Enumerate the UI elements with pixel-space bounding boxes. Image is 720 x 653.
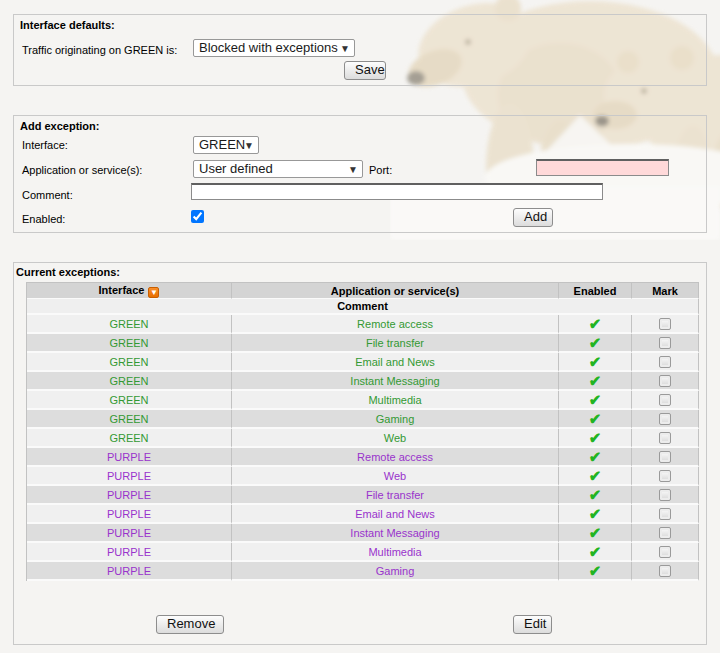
enabled-check-icon[interactable]: ✔ [589,505,602,522]
mark-cell [632,448,699,467]
mark-checkbox[interactable] [659,565,671,577]
enabled-check-icon[interactable]: ✔ [589,562,602,579]
table-row: GREENFile transfer✔ [27,334,699,353]
interface-cell: PURPLE [27,467,232,486]
mark-checkbox[interactable] [659,508,671,520]
mark-cell [632,524,699,543]
application-select[interactable]: User defined ▼ [193,160,363,178]
application-link[interactable]: File transfer [232,486,559,505]
interface-cell: PURPLE [27,486,232,505]
exceptions-tbody: GREENRemote access✔GREENFile transfer✔GR… [27,315,699,581]
mark-cell [632,562,699,581]
mark-checkbox[interactable] [659,394,671,406]
mark-cell [632,410,699,429]
traffic-default-selected-value: Blocked with exceptions [199,40,338,55]
enabled-cell: ✔ [559,372,632,391]
mark-checkbox[interactable] [659,432,671,444]
add-button[interactable]: Add [513,208,553,227]
mark-checkbox[interactable] [659,546,671,558]
enabled-check-icon[interactable]: ✔ [589,372,602,389]
application-link[interactable]: Email and News [232,353,559,372]
application-selected-value: User defined [199,161,273,176]
enabled-check-icon[interactable]: ✔ [589,543,602,560]
mark-checkbox[interactable] [659,527,671,539]
application-link[interactable]: Web [232,467,559,486]
mark-cell [632,505,699,524]
mark-checkbox[interactable] [659,470,671,482]
column-header-interface[interactable]: Interface▼ [27,283,232,299]
enabled-check-icon[interactable]: ✔ [589,353,602,370]
edit-button[interactable]: Edit [513,615,552,634]
enabled-cell: ✔ [559,505,632,524]
enabled-check-icon[interactable]: ✔ [589,429,602,446]
current-exceptions-title: Current exceptions: [16,266,120,278]
application-link[interactable]: Instant Messaging [232,372,559,391]
mark-checkbox[interactable] [659,356,671,368]
enabled-check-icon[interactable]: ✔ [589,448,602,465]
table-row: GREENGaming✔ [27,410,699,429]
chevron-down-icon: ▼ [348,162,358,177]
enabled-check-icon[interactable]: ✔ [589,391,602,408]
mark-checkbox[interactable] [659,318,671,330]
enabled-check-icon[interactable]: ✔ [589,334,602,351]
comment-label: Comment: [22,189,73,201]
mark-cell [632,429,699,448]
application-link[interactable]: File transfer [232,334,559,353]
enabled-cell: ✔ [559,467,632,486]
port-label: Port: [369,164,392,176]
application-link[interactable]: Multimedia [232,543,559,562]
sort-desc-icon[interactable]: ▼ [148,287,159,298]
enabled-check-icon[interactable]: ✔ [589,524,602,541]
enabled-check-icon[interactable]: ✔ [589,315,602,332]
mark-checkbox[interactable] [659,451,671,463]
traffic-originating-label: Traffic originating on GREEN is: [22,44,177,56]
application-link[interactable]: Instant Messaging [232,524,559,543]
mark-cell [632,486,699,505]
current-exceptions-section: Current exceptions: Interface▼ Applicati… [13,262,707,645]
interface-selected-value: GREEN [199,137,245,152]
comment-input[interactable] [191,183,603,200]
mark-cell [632,467,699,486]
mark-checkbox[interactable] [659,375,671,387]
column-header-enabled[interactable]: Enabled [559,283,632,299]
mark-cell [632,334,699,353]
application-link[interactable]: Web [232,429,559,448]
table-row: PURPLEWeb✔ [27,467,699,486]
enabled-label: Enabled: [22,213,65,225]
enabled-checkbox[interactable] [191,210,204,223]
table-row: GREENRemote access✔ [27,315,699,334]
mark-cell [632,543,699,562]
interface-cell: GREEN [27,315,232,334]
table-header-comment-row: Comment [27,299,699,315]
mark-checkbox[interactable] [659,413,671,425]
enabled-cell: ✔ [559,334,632,353]
interface-cell: GREEN [27,372,232,391]
table-row: PURPLEFile transfer✔ [27,486,699,505]
enabled-check-icon[interactable]: ✔ [589,410,602,427]
application-link[interactable]: Remote access [232,448,559,467]
application-link[interactable]: Gaming [232,410,559,429]
table-header-row: Interface▼ Application or service(s) Ena… [27,283,699,299]
application-link[interactable]: Multimedia [232,391,559,410]
enabled-check-icon[interactable]: ✔ [589,486,602,503]
save-button[interactable]: Save [344,61,386,80]
mark-cell [632,353,699,372]
mark-cell [632,372,699,391]
port-input[interactable] [536,159,669,176]
application-link[interactable]: Gaming [232,562,559,581]
column-header-mark[interactable]: Mark [632,283,699,299]
mark-checkbox[interactable] [659,337,671,349]
enabled-cell: ✔ [559,315,632,334]
application-link[interactable]: Email and News [232,505,559,524]
table-row: PURPLEInstant Messaging✔ [27,524,699,543]
column-header-application[interactable]: Application or service(s) [232,283,559,299]
enabled-cell: ✔ [559,448,632,467]
application-link[interactable]: Remote access [232,315,559,334]
interface-select[interactable]: GREEN ▼ [193,136,259,154]
traffic-default-select[interactable]: Blocked with exceptions ▼ [193,39,355,57]
enabled-check-icon[interactable]: ✔ [589,467,602,484]
enabled-cell: ✔ [559,486,632,505]
mark-checkbox[interactable] [659,489,671,501]
remove-button[interactable]: Remove [156,615,224,634]
mark-cell [632,315,699,334]
